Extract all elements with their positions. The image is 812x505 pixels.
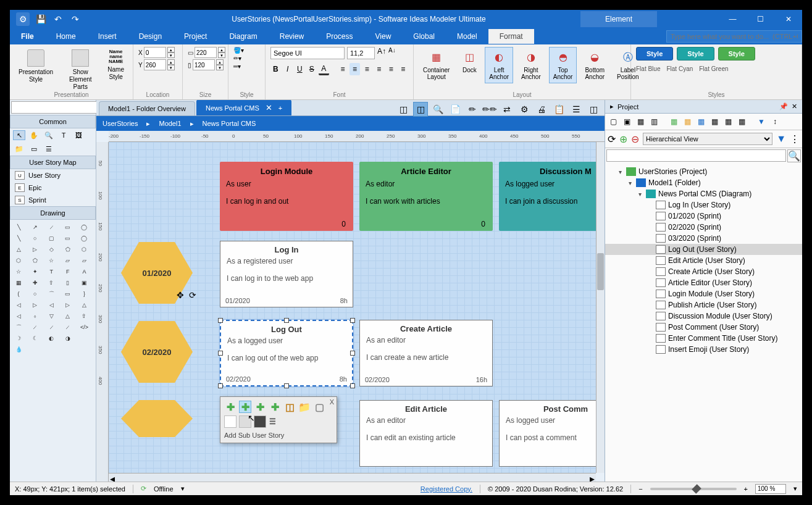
project-view-select[interactable]: Hierarchical View xyxy=(643,133,772,145)
bold-icon[interactable]: B xyxy=(270,63,281,75)
zoom-icon[interactable]: 🔍 xyxy=(43,130,55,140)
list-icon[interactable]: ☰ xyxy=(43,144,55,154)
close-icon[interactable]: ✕ xyxy=(774,10,802,28)
story-login[interactable]: Log In As a registered user I can log in… xyxy=(220,241,353,307)
story-post-comment[interactable]: Post Comm As logged user I can post a co… xyxy=(499,400,596,467)
tree-item[interactable]: Login Module (User Story) xyxy=(605,288,802,299)
color-1-icon[interactable] xyxy=(224,415,236,428)
name-style-button[interactable]: Name name NAMEName Style xyxy=(104,47,128,83)
zoom-out-icon[interactable]: − xyxy=(638,485,642,493)
dock-button[interactable]: ◫Dock xyxy=(458,47,481,77)
proj-add-icon[interactable]: ⊕ xyxy=(619,133,627,145)
project-search[interactable] xyxy=(606,149,786,162)
presentation-style-button[interactable]: Presentation Style xyxy=(15,47,57,86)
search-input[interactable] xyxy=(666,30,802,43)
tree-item[interactable]: 02/2020 (Sprint) xyxy=(605,222,802,233)
tree-item[interactable]: 01/2020 (Sprint) xyxy=(605,211,802,222)
align-right-icon[interactable]: ≡ xyxy=(362,63,372,75)
zoom-in-icon[interactable]: + xyxy=(744,485,748,493)
save-icon[interactable]: 💾 xyxy=(35,13,47,25)
shape-palette[interactable]: ╲↗⟋▭◯ ╲○▢▭◯ △▷◇⬠⬡ ⬡⬠☆▱▱ ☆✦TFA ▦✚⇧▯▣ (○⌒▭… xyxy=(10,220,96,357)
context-tab[interactable]: Element xyxy=(580,11,657,27)
tree-item[interactable]: 03/2020 (Sprint) xyxy=(605,233,802,244)
common-header[interactable]: Common xyxy=(10,115,96,128)
user-story-item[interactable]: UUser Story xyxy=(10,169,96,182)
italic-icon[interactable]: I xyxy=(283,63,293,75)
sprint-02[interactable]: 02/2020 xyxy=(121,321,193,383)
tool-11-icon[interactable]: ☰ xyxy=(569,102,584,117)
tool-6-icon[interactable]: ✏✏ xyxy=(482,102,497,117)
epic-discussion[interactable]: Discussion M As logged user I can join a… xyxy=(499,162,596,231)
container-layout-button[interactable]: ▦Container Layout xyxy=(419,47,454,83)
tree-item-selected[interactable]: Log Out (User Story) xyxy=(605,244,802,255)
tree-item[interactable]: Create Article (User Story) xyxy=(605,266,802,277)
user-story-map-header[interactable]: User Story Map xyxy=(10,156,96,169)
search-icon[interactable]: 🔍 xyxy=(787,149,801,162)
menu-project[interactable]: Project xyxy=(173,29,218,44)
menu-review[interactable]: Review xyxy=(269,29,315,44)
line-color-icon[interactable]: ✏▾ xyxy=(233,55,241,62)
valign-bottom-icon[interactable]: ≡ xyxy=(398,63,408,75)
menu-process[interactable]: Process xyxy=(315,29,364,44)
undo-icon[interactable]: ↶ xyxy=(52,13,64,25)
menu-view[interactable]: View xyxy=(364,29,403,44)
bottom-anchor-button[interactable]: ◒Bottom Anchor xyxy=(580,47,609,83)
minimize-icon[interactable]: — xyxy=(719,10,747,28)
tree-diagram[interactable]: ▾News Portal CMS (Diagram) xyxy=(605,188,802,199)
menu-format[interactable]: Format xyxy=(488,29,534,44)
align-left-icon[interactable]: ≡ xyxy=(338,63,348,75)
menu-insert[interactable]: Insert xyxy=(87,29,128,44)
increase-font-icon[interactable]: A↑ xyxy=(377,47,386,59)
project-tree[interactable]: ▾UserStories (Project) ▾Model1 (Folder) … xyxy=(605,164,802,482)
tree-item[interactable]: Discussion Module (User Story) xyxy=(605,311,802,322)
x-input[interactable] xyxy=(144,47,166,58)
add-before-icon[interactable]: ✚ xyxy=(269,401,281,413)
drawing-header[interactable]: Drawing xyxy=(10,206,96,220)
proj-icon5[interactable]: ▦ xyxy=(668,116,679,127)
style-blue[interactable]: Style xyxy=(636,47,673,61)
menu-design[interactable]: Design xyxy=(128,29,173,44)
context-popup[interactable]: X ✚ ✚ ✚ ✚ ◫ 📁 ▢ ☰ xyxy=(220,396,337,443)
add-folder-icon[interactable]: 📁 xyxy=(298,401,311,413)
tool-8-icon[interactable]: ⚙ xyxy=(517,102,532,117)
tree-root[interactable]: ▾UserStories (Project) xyxy=(605,166,802,177)
zoom-input[interactable] xyxy=(755,484,786,494)
toolbox-search[interactable] xyxy=(11,101,101,114)
tree-item[interactable]: Enter Comment Title (User Story) xyxy=(605,333,802,344)
proj-sort-icon[interactable]: ↕ xyxy=(769,116,781,127)
proj-icon7[interactable]: ▦ xyxy=(695,116,706,127)
story-edit-article[interactable]: Edit Article As an editor I can edit an … xyxy=(359,400,493,467)
proj-refresh-icon[interactable]: ⟳ xyxy=(608,133,616,145)
tool-12-icon[interactable]: ◫ xyxy=(586,102,601,117)
proj-icon8[interactable]: ▦ xyxy=(709,116,720,127)
tree-folder[interactable]: ▾Model1 (Folder) xyxy=(605,177,802,188)
proj-icon9[interactable]: ▦ xyxy=(722,116,734,127)
tree-item[interactable]: Insert Emoji (User Story) xyxy=(605,344,802,355)
menu-global[interactable]: Global xyxy=(402,29,446,44)
panel-close-icon[interactable]: ✕ xyxy=(792,102,797,111)
color-3-icon[interactable] xyxy=(254,415,266,428)
doc-tab-folder[interactable]: Model1 - Folder Overview xyxy=(99,101,195,115)
hand-icon[interactable]: ✋ xyxy=(28,130,40,140)
more-icon[interactable]: ☰ xyxy=(269,415,277,428)
epic-article[interactable]: Article Editor As editor I can work with… xyxy=(359,162,493,231)
proj-settings-icon[interactable]: ⋮ xyxy=(790,133,800,145)
scrollbar-vertical[interactable] xyxy=(596,142,605,473)
menu-home[interactable]: Home xyxy=(45,29,87,44)
redo-icon[interactable]: ↷ xyxy=(69,13,82,25)
proj-icon2[interactable]: ▣ xyxy=(621,116,632,127)
tool-2-icon[interactable]: ◫ xyxy=(413,102,428,117)
proj-icon4[interactable]: ▥ xyxy=(648,116,659,127)
refresh-icon[interactable]: ⟳ xyxy=(189,290,196,300)
canvas-container[interactable]: -200 -150 -100 -50 0 50 100 150 200 250 … xyxy=(96,131,605,482)
scrollbar-horizontal[interactable]: ◂▸ xyxy=(109,473,596,482)
font-color-icon[interactable]: A xyxy=(319,63,329,75)
valign-top-icon[interactable]: ≡ xyxy=(374,63,384,75)
add-sub-icon[interactable]: ✚ xyxy=(239,401,251,413)
tool-10-icon[interactable]: 📋 xyxy=(551,102,566,117)
tool-5-icon[interactable]: ✏ xyxy=(465,102,480,117)
align-center-icon[interactable]: ≡ xyxy=(349,63,360,75)
proj-icon6[interactable]: ▦ xyxy=(682,116,693,127)
style-green[interactable]: Style xyxy=(718,47,755,61)
image-icon[interactable]: 🖼 xyxy=(72,130,85,140)
